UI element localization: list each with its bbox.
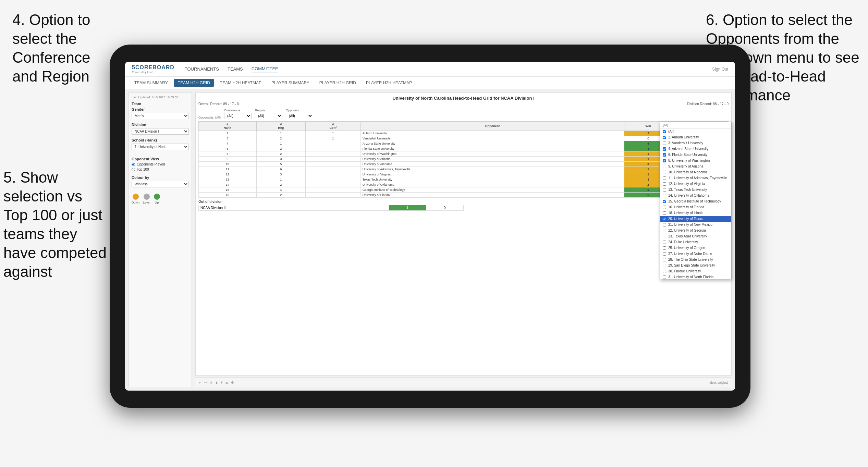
top-100-radio[interactable]: Top 100	[132, 168, 189, 171]
cell-conf	[305, 141, 360, 146]
cell-reg: 2	[256, 136, 305, 141]
region-select[interactable]: (All)	[255, 113, 282, 119]
dropdown-item[interactable]: 11. University of Arkansas, Fayetteville	[660, 175, 731, 181]
dropdown-item-label-16: 21. University of New Mexico	[668, 223, 712, 226]
colour-select[interactable]: Win/loss	[132, 181, 189, 187]
dropdown-item[interactable]: 24. Duke University	[660, 239, 731, 245]
dropdown-item[interactable]: 12. University of Virginia	[660, 181, 731, 187]
dropdown-checkbox-20[interactable]	[663, 246, 666, 250]
dropdown-checkbox-18[interactable]	[663, 235, 666, 238]
dropdown-item[interactable]: 2. Auburn University	[660, 134, 731, 140]
opponent-select[interactable]: (All)	[286, 113, 313, 119]
dropdown-checkbox-23[interactable]	[663, 264, 666, 267]
toolbar-copy[interactable]: ⎘	[221, 381, 223, 384]
table-row: 10 5 University of Alabama 3 0	[199, 162, 729, 167]
dropdown-item[interactable]: 29. San Diego State University	[660, 262, 731, 268]
cell-reg: 3	[256, 172, 305, 177]
tab-player-h2h-grid[interactable]: PLAYER H2H GRID	[315, 79, 360, 87]
cell-reg: 2	[256, 182, 305, 187]
dropdown-checkbox-24[interactable]	[663, 270, 666, 273]
school-select[interactable]: 1. University of Nort...	[132, 144, 189, 150]
dropdown-item[interactable]: 6. Florida State University	[660, 152, 731, 158]
dropdown-item[interactable]: 21. University of New Mexico	[660, 222, 731, 228]
nav-teams[interactable]: TEAMS	[228, 65, 243, 73]
dropdown-item[interactable]: 23. Texas A&M University	[660, 233, 731, 239]
cell-reg: 4	[256, 187, 305, 193]
toolbar-pause[interactable]: ⏸	[215, 381, 218, 384]
tab-player-summary[interactable]: PLAYER SUMMARY	[267, 79, 314, 87]
cell-reg: 1	[256, 131, 305, 136]
table-row: 4 1 Arizona State University 5 1	[199, 141, 729, 146]
dropdown-item[interactable]: 9. University of Arizona	[660, 163, 731, 169]
tab-team-h2h-grid[interactable]: TEAM H2H GRID	[174, 79, 214, 87]
dropdown-item[interactable]: 8. University of Washington	[660, 158, 731, 163]
dropdown-item[interactable]: 28. The Ohio State University	[660, 257, 731, 262]
tab-team-h2h-heatmap[interactable]: TEAM H2H HEATMAP	[216, 79, 266, 87]
dropdown-item[interactable]: 4. Arizona State University	[660, 146, 731, 152]
dropdown-item[interactable]: 14. University of Oklahoma	[660, 193, 731, 198]
tab-player-h2h-heatmap[interactable]: PLAYER H2H HEATMAP	[362, 79, 416, 87]
dropdown-checkbox-13[interactable]	[663, 206, 666, 209]
dropdown-checkbox-9[interactable]	[663, 182, 666, 186]
dropdown-checkbox-12[interactable]	[663, 200, 666, 203]
dropdown-checkbox-8[interactable]	[663, 176, 666, 180]
dropdown-item[interactable]: 13. Texas Tech University	[660, 187, 731, 193]
cell-reg: 2	[256, 151, 305, 157]
dropdown-item[interactable]: 3. Vanderbilt University	[660, 140, 731, 146]
dropdown-checkbox-1[interactable]	[663, 136, 666, 139]
tab-team-summary[interactable]: TEAM SUMMARY	[130, 79, 172, 87]
dropdown-checkbox-19[interactable]	[663, 241, 666, 244]
dropdown-item[interactable]: 25. University of Oregon	[660, 245, 731, 251]
dropdown-checkbox-16[interactable]	[663, 223, 666, 226]
nav-sign-out[interactable]: Sign Out	[712, 67, 728, 72]
out-of-division-label: Out of division	[198, 200, 729, 204]
opponent-dropdown[interactable]: (All) (All)2. Auburn University3. Vander…	[660, 122, 732, 279]
dropdown-checkbox-15[interactable]	[663, 217, 666, 221]
dropdown-checkbox-14[interactable]	[663, 211, 666, 215]
dropdown-item-label-17: 22. University of Georgia	[668, 229, 706, 232]
dropdown-checkbox-7[interactable]	[663, 171, 666, 174]
dropdown-checkbox-2[interactable]	[663, 142, 666, 145]
nav-committee[interactable]: COMMITTEE	[252, 65, 278, 73]
conference-select[interactable]: (All)	[224, 113, 252, 119]
dropdown-item[interactable]: 31. University of North Florida	[660, 274, 731, 279]
view-label: View: Original	[709, 381, 728, 384]
dropdown-checkbox-4[interactable]	[663, 153, 666, 157]
team-label: Team	[132, 102, 189, 106]
dropdown-checkbox-10[interactable]	[663, 188, 666, 192]
dropdown-item[interactable]: (All)	[660, 128, 731, 134]
dropdown-item[interactable]: 30. Purdue University	[660, 268, 731, 274]
toolbar-undo[interactable]: ↩	[199, 381, 201, 384]
gender-select[interactable]: Men's	[132, 113, 189, 119]
dropdown-checkbox-5[interactable]	[663, 159, 666, 162]
col-reg: #Reg	[256, 122, 305, 131]
toolbar-clock[interactable]: ⏱	[231, 381, 234, 384]
division-select[interactable]: NCAA Division I	[132, 128, 189, 135]
dropdown-checkbox-25[interactable]	[663, 275, 666, 279]
div-name: NCAA Division II	[199, 205, 389, 211]
dropdown-item[interactable]: 20. University of Texas	[660, 216, 731, 222]
toolbar-layout[interactable]: ⊞	[225, 381, 228, 384]
dropdown-item[interactable]: 15. Georgia Institute of Technology	[660, 198, 731, 204]
cell-conf	[305, 157, 360, 162]
toolbar-redo[interactable]: ↪	[204, 381, 207, 384]
dropdown-checkbox-22[interactable]	[663, 258, 666, 261]
opponents-played-radio[interactable]: Opponents Played	[132, 162, 189, 166]
nav-tournaments[interactable]: TOURNAMENTS	[185, 65, 219, 73]
toolbar-refresh[interactable]: ↺	[210, 381, 212, 384]
dropdown-checkbox-0[interactable]	[663, 130, 666, 133]
table-row: 16 2 University of Florida 5 1	[199, 193, 729, 198]
filters-row: Opponents: (All) Conference (All) Region…	[198, 109, 729, 119]
dropdown-item[interactable]: 10. University of Alabama	[660, 169, 731, 175]
dropdown-checkbox-17[interactable]	[663, 229, 666, 232]
dropdown-item[interactable]: 16. University of Florida	[660, 204, 731, 210]
dropdown-checkbox-6[interactable]	[663, 165, 666, 168]
dropdown-item[interactable]: 22. University of Georgia	[660, 228, 731, 233]
dropdown-checkbox-11[interactable]	[663, 194, 666, 197]
dropdown-item-label-4: 6. Florida State University	[668, 153, 708, 157]
dropdown-checkbox-21[interactable]	[663, 252, 666, 256]
dropdown-checkbox-3[interactable]	[663, 147, 666, 151]
overall-record: Overall Record: 89 - 17 - 0	[198, 102, 239, 106]
dropdown-item[interactable]: 27. University of Notre Dame	[660, 251, 731, 257]
dropdown-item[interactable]: 18. University of Illinois	[660, 210, 731, 216]
